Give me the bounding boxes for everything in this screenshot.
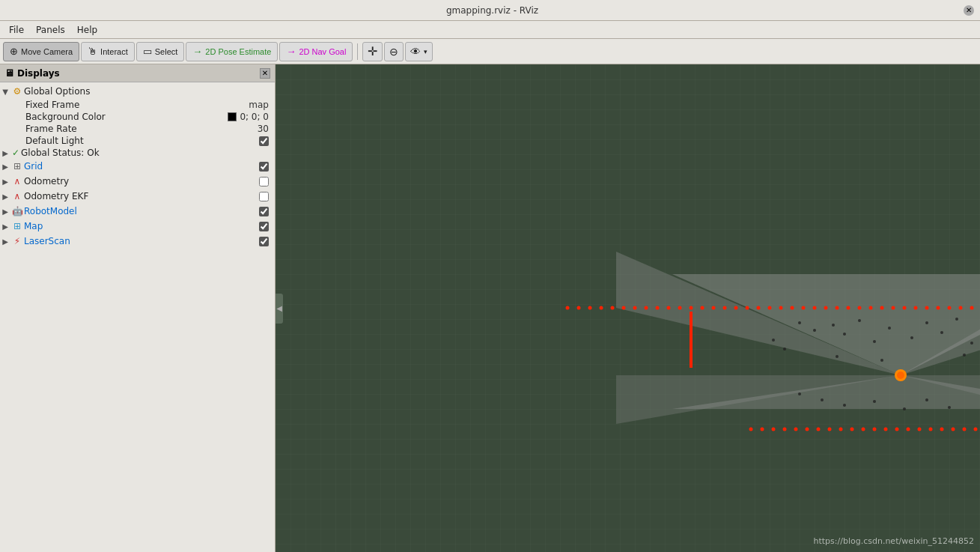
laser-scan-checkbox-wrap <box>259 237 275 246</box>
svg-point-77 <box>806 428 809 431</box>
svg-point-108 <box>940 331 943 334</box>
svg-point-89 <box>940 428 944 431</box>
view-button[interactable]: 👁 ▾ <box>405 42 433 61</box>
nav-goal-button[interactable]: → 2D Nav Goal <box>279 42 353 61</box>
svg-point-9 <box>588 306 592 310</box>
svg-point-28 <box>802 306 806 310</box>
svg-point-20 <box>712 306 716 310</box>
svg-point-8 <box>577 306 581 310</box>
svg-point-14 <box>645 306 648 310</box>
svg-point-126 <box>798 392 801 395</box>
laser-scan-row[interactable]: ▶ ⚡ LaserScan <box>0 234 275 249</box>
robot-model-row[interactable]: ▶ 🤖 RobotModel <box>0 204 275 219</box>
grid-checkbox[interactable] <box>259 162 269 172</box>
svg-point-129 <box>873 400 876 403</box>
svg-point-110 <box>970 342 973 345</box>
pose-estimate-icon: → <box>192 46 202 57</box>
interact-button[interactable]: 🖱 Interact <box>81 42 135 61</box>
move-camera-button[interactable]: ⊕ Move Camera <box>3 42 79 61</box>
view-icon: 👁 <box>410 46 421 58</box>
global-options-label: Global Options <box>24 86 275 97</box>
odometry-ekf-row[interactable]: ▶ ∧ Odometry EKF <box>0 189 275 204</box>
svg-point-21 <box>723 306 727 310</box>
svg-point-33 <box>858 306 862 310</box>
odometry-ekf-checkbox[interactable] <box>259 192 269 201</box>
zoom-out-icon: ⊖ <box>389 46 398 58</box>
global-options-expand: ▼ <box>0 88 10 96</box>
svg-point-24 <box>757 306 761 310</box>
select-button[interactable]: ▭ Select <box>136 42 185 61</box>
grid-icon: ⊞ <box>10 160 24 173</box>
menu-file[interactable]: File <box>3 23 30 37</box>
map-checkbox[interactable] <box>259 222 269 231</box>
viewport[interactable]: ◀ https://blog.csdn.net/weixin_51244852 <box>276 64 980 552</box>
window-title: gmapping.rviz - RViz <box>21 5 964 16</box>
nav-goal-label: 2D Nav Goal <box>299 47 346 56</box>
svg-point-18 <box>690 306 693 310</box>
zoom-out-button[interactable]: ⊖ <box>384 42 404 61</box>
global-options-row[interactable]: ▼ ⚙ Global Options <box>0 84 275 99</box>
fixed-frame-row[interactable]: Fixed Frame map <box>0 99 275 111</box>
svg-point-22 <box>734 306 738 310</box>
svg-point-109 <box>955 318 958 321</box>
interact-label: Interact <box>100 47 128 56</box>
map-checkbox-wrap <box>259 222 275 231</box>
global-status-label: Global Status: Ok <box>21 148 275 158</box>
select-icon: ▭ <box>143 46 152 57</box>
window-close-button[interactable]: ✕ <box>964 5 974 16</box>
svg-point-102 <box>843 333 846 336</box>
odometry-checkbox[interactable] <box>259 177 269 186</box>
toolbar: ⊕ Move Camera 🖱 Interact ▭ Select → 2D P… <box>0 39 980 64</box>
default-light-checkbox[interactable] <box>259 136 269 146</box>
svg-point-15 <box>656 306 660 310</box>
svg-point-105 <box>888 327 891 330</box>
svg-point-120 <box>880 359 883 362</box>
svg-rect-68 <box>690 312 693 360</box>
svg-point-78 <box>817 428 821 431</box>
default-light-row[interactable]: Default Light <box>0 135 275 147</box>
svg-point-85 <box>895 428 899 431</box>
svg-point-13 <box>633 306 637 310</box>
grid-row[interactable]: ▶ ⊞ Grid <box>0 159 275 174</box>
sidebar-collapse-handle[interactable]: ◀ <box>276 294 283 324</box>
svg-point-84 <box>884 428 888 431</box>
odometry-row[interactable]: ▶ ∧ Odometry <box>0 174 275 189</box>
svg-point-82 <box>862 428 865 431</box>
svg-point-73 <box>761 428 764 431</box>
global-status-check: ✓ <box>10 148 21 158</box>
global-status-row[interactable]: ▶ ✓ Global Status: Ok <box>0 147 275 159</box>
frame-rate-row[interactable]: Frame Rate 30 <box>0 123 275 135</box>
svg-point-80 <box>839 428 843 431</box>
laser-scan-icon: ⚡ <box>10 234 24 248</box>
laser-scan-checkbox[interactable] <box>259 237 269 246</box>
svg-point-35 <box>880 306 884 310</box>
toolbar-separator <box>357 43 358 60</box>
menu-panels[interactable]: Panels <box>30 23 71 37</box>
crosshair-button[interactable]: ✛ <box>362 42 383 61</box>
odometry-icon: ∧ <box>10 175 24 188</box>
menu-help[interactable]: Help <box>71 23 103 37</box>
map-row[interactable]: ▶ ⊞ Map <box>0 219 275 234</box>
scene-canvas <box>276 64 980 552</box>
svg-point-25 <box>768 306 772 310</box>
sidebar-close-button[interactable]: ✕ <box>260 68 270 79</box>
odometry-ekf-label: Odometry EKF <box>24 191 259 201</box>
bg-color-row[interactable]: Background Color 0; 0; 0 <box>0 111 275 123</box>
svg-point-136 <box>897 371 904 379</box>
pose-estimate-button[interactable]: → 2D Pose Estimate <box>186 42 278 61</box>
pose-estimate-label: 2D Pose Estimate <box>205 47 271 56</box>
titlebar: gmapping.rviz - RViz ✕ <box>0 0 980 21</box>
svg-point-107 <box>925 321 928 324</box>
svg-point-34 <box>869 306 873 310</box>
robot-model-checkbox[interactable] <box>259 207 269 216</box>
svg-point-32 <box>847 306 850 310</box>
svg-point-37 <box>903 306 907 310</box>
global-options-icon: ⚙ <box>10 85 24 98</box>
svg-point-42 <box>959 306 963 310</box>
interact-icon: 🖱 <box>88 46 97 57</box>
svg-point-100 <box>813 329 816 332</box>
map-expand: ▶ <box>0 222 10 231</box>
laser-scan-label: LaserScan <box>24 236 259 246</box>
bg-color-label: Background Color <box>25 112 228 122</box>
svg-point-74 <box>772 428 776 431</box>
